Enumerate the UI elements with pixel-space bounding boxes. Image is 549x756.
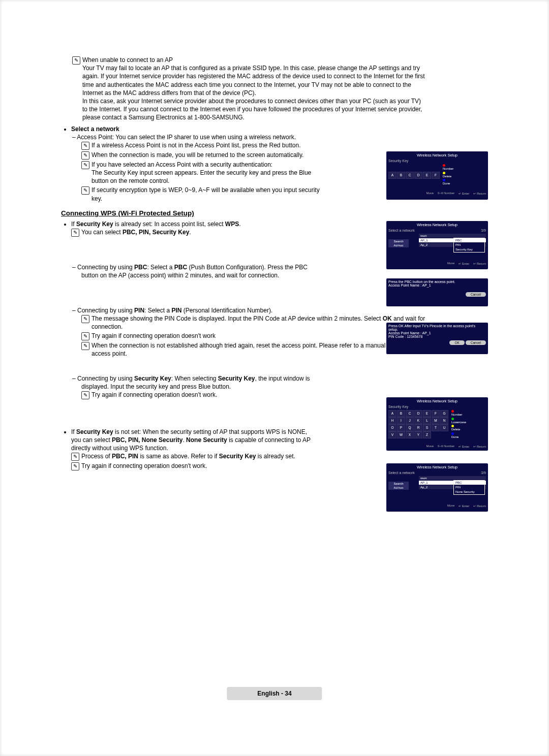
note-icon: ✎ [71, 453, 79, 461]
wps-youcan: You can select PBC, PIN, Security Key. [81, 228, 305, 237]
wps-sk: Connecting by using Security Key: When s… [77, 375, 310, 390]
shot1-title: Wireless Network Setup [388, 153, 486, 158]
note-icon: ✎ [81, 332, 89, 340]
ap-line: Access Point: You can select the IP shar… [77, 134, 296, 141]
wps-try1: Try again if connecting operation doesn'… [92, 332, 427, 340]
shot1-keys: ABCDEF [388, 164, 440, 186]
note-icon: ✎ [81, 342, 89, 350]
wps-try3: Try again if connecting operation doesn'… [81, 462, 315, 470]
note-icon: ✎ [81, 142, 89, 150]
shot5-sub: Security Key [388, 405, 486, 408]
sn-note2: When the connection is made, you will be… [92, 151, 325, 160]
note-icon: ✎ [81, 151, 89, 160]
shot3-l1: Press the PBC button on the access point… [388, 280, 486, 284]
shot4-l2: Access Point Name : AP_1 [388, 331, 486, 335]
sn-note1: If a wireless Access Point is not in the… [92, 141, 325, 150]
wps-ifset: If Security Key is already set: In acces… [71, 220, 241, 228]
shot5-title: Wireless Network Setup [388, 399, 486, 403]
sn-note3a: If you have selected an Access Point wit… [92, 161, 272, 168]
wps-pin-msg: The message showing the PIN Code is disp… [92, 314, 427, 331]
shot4-l3: PIN Code : 12345678 [388, 335, 486, 338]
note-icon: ✎ [81, 315, 89, 323]
wps-reset: When the connection is not established a… [92, 341, 427, 358]
ok-button[interactable]: OK [449, 340, 464, 345]
shot3-l2: Access Point Name : AP_1 [388, 284, 486, 287]
wps-notset: If Security Key is not set: When the sec… [71, 428, 311, 452]
page-footer: English - 34 [227, 687, 322, 700]
shot4-l1: Press OK After input TV's Pincode in the… [388, 324, 486, 331]
note-icon: ✎ [81, 161, 89, 169]
shot6-title: Wireless Network Setup [388, 465, 486, 469]
select-network-label: Select a network [71, 125, 119, 133]
unable-title: When unable to connect to an AP [82, 56, 427, 64]
unable-para2: In this case, ask your Internet service … [82, 97, 427, 122]
cancel-button[interactable]: Cancel [466, 292, 486, 297]
note-icon: ✎ [71, 462, 79, 470]
shot2-title: Wireless Network Setup [388, 223, 486, 227]
note-icon: ✎ [81, 391, 89, 399]
wps-pbc: Connecting by using PBC: Select a PBC (P… [77, 264, 308, 279]
shot1-sub: Security Key [388, 159, 486, 163]
wps-heading: Connecting WPS (Wi-Fi Protected Setup) [61, 209, 427, 218]
sn-note4: If security encryption type is WEP, 0~9,… [92, 186, 325, 202]
note-icon: ✎ [81, 186, 89, 195]
note-icon: ✎ [72, 56, 80, 65]
sn-note3b: The Security Key input screen appears. E… [92, 169, 311, 184]
unable-para1: Your TV may fail to locate an AP that is… [82, 64, 427, 97]
wps-try2: Try again if connecting operation doesn'… [92, 391, 315, 399]
cancel-button[interactable]: Cancel [466, 340, 486, 345]
wps-pin: Connecting by using PIN: Select a PIN (P… [77, 307, 272, 314]
wps-process: Process of PBC, PIN is same as above. Re… [81, 452, 315, 461]
note-icon: ✎ [71, 229, 79, 237]
